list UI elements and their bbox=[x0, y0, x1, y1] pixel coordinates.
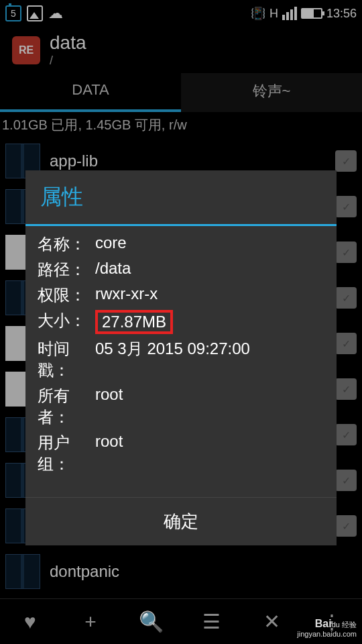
prop-label-path: 路径： bbox=[38, 259, 95, 280]
close-icon: ✕ bbox=[263, 610, 280, 633]
prop-label-timestamp: 时间戳： bbox=[38, 338, 95, 381]
dialog-overlay: 属性 名称： core 路径： /data 权限： rwxr-xr-x 大小： … bbox=[0, 0, 362, 644]
search-icon: 🔍 bbox=[139, 610, 164, 633]
prop-label-size: 大小： bbox=[38, 310, 95, 334]
prop-value-group: root bbox=[95, 432, 324, 475]
ok-button[interactable]: 确定 bbox=[25, 497, 337, 545]
size-highlight: 27.87MB bbox=[95, 310, 173, 334]
properties-dialog: 属性 名称： core 路径： /data 权限： rwxr-xr-x 大小： … bbox=[25, 170, 337, 545]
search-button[interactable]: 🔍 bbox=[121, 599, 181, 644]
prop-label-name: 名称： bbox=[38, 233, 95, 255]
dialog-title: 属性 bbox=[25, 170, 337, 226]
prop-value-name: core bbox=[95, 233, 324, 255]
sort-icon: ☰ bbox=[202, 610, 221, 633]
prop-value-path: /data bbox=[95, 259, 324, 280]
prop-value-size: 27.87MB bbox=[95, 310, 324, 334]
prop-value-owner: root bbox=[95, 385, 324, 428]
favorite-button[interactable]: ♥ bbox=[0, 599, 60, 644]
prop-value-timestamp: 05 3月 2015 09:27:00 bbox=[95, 338, 324, 381]
add-button[interactable]: + bbox=[60, 599, 121, 644]
close-button[interactable]: ✕ bbox=[241, 599, 302, 644]
heart-icon: ♥ bbox=[24, 610, 36, 633]
prop-label-group: 用户组： bbox=[38, 432, 95, 475]
watermark: Baidu 经验 jingyan.baidu.com bbox=[297, 617, 357, 639]
sort-button[interactable]: ☰ bbox=[181, 599, 241, 644]
prop-value-perm: rwxr-xr-x bbox=[95, 284, 324, 306]
prop-label-perm: 权限： bbox=[38, 284, 95, 306]
prop-label-owner: 所有者： bbox=[38, 385, 95, 428]
plus-icon: + bbox=[84, 610, 97, 633]
dialog-body: 名称： core 路径： /data 权限： rwxr-xr-x 大小： 27.… bbox=[25, 226, 337, 497]
